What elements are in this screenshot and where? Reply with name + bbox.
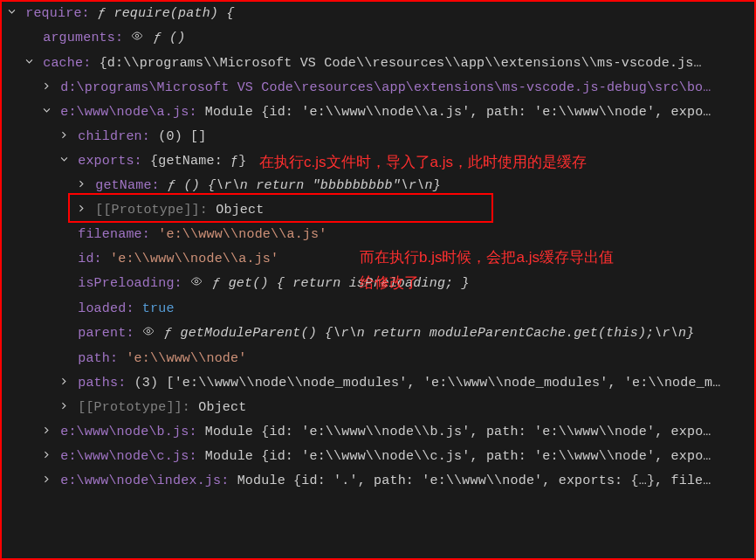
property-value: Module {id: 'e:\\www\\node\\b.js', path:… (205, 425, 711, 439)
debug-variables-panel: require: ƒ require(path) { arguments: ƒ … (0, 0, 756, 560)
chevron-right-icon[interactable] (58, 371, 70, 396)
spacer-icon (58, 297, 70, 321)
spacer-icon (58, 321, 70, 346)
node-cache-d[interactable]: d:\programs\Microsoft VS Code\resources\… (2, 76, 754, 100)
chevron-right-icon[interactable] (75, 174, 87, 198)
property-value: {d:\\programs\\Microsoft VS Code\\resour… (100, 56, 702, 71)
node-cache-c[interactable]: e:\www\node\c.js: Module {id: 'e:\\www\\… (2, 445, 754, 469)
property-name: children: (78, 129, 150, 144)
property-name: id: (78, 252, 102, 266)
node-children[interactable]: children: (0) [] (2, 125, 754, 149)
property-name: filename: (78, 227, 150, 242)
node-require[interactable]: require: ƒ require(path) { (2, 2, 754, 26)
spacer-icon (58, 223, 70, 247)
property-value: Object (198, 400, 246, 415)
property-name: [[Prototype]]: (78, 400, 190, 415)
svg-point-1 (195, 280, 198, 283)
property-name: loaded: (78, 301, 134, 316)
spacer-icon (58, 247, 70, 272)
chevron-right-icon[interactable] (58, 125, 70, 149)
property-value: 'e:\\www\\node\\a.js' (110, 252, 278, 266)
eye-icon[interactable] (190, 273, 204, 297)
property-value: 'e:\\www\\node\\a.js' (158, 227, 326, 242)
property-name: cache: (43, 56, 91, 71)
property-value: {getName: ƒ} (150, 154, 246, 169)
chevron-right-icon[interactable] (40, 469, 52, 494)
node-proto2[interactable]: [[Prototype]]: Object (2, 396, 754, 420)
annotation-1: 在执行c.js文件时，导入了a.js，此时使用的是缓存 (259, 150, 587, 175)
node-paths[interactable]: paths: (3) ['e:\\www\\node\\node_modules… (2, 371, 754, 396)
chevron-right-icon[interactable] (40, 445, 52, 469)
property-name: exports: (78, 154, 142, 169)
node-proto1[interactable]: [[Prototype]]: Object (2, 198, 754, 223)
property-name: e:\www\node\c.js: (60, 449, 196, 464)
chevron-down-icon[interactable] (5, 2, 17, 26)
property-name: e:\www\node\index.js: (60, 474, 229, 488)
property-value: Module {id: 'e:\\www\\node\\a.js', path:… (205, 105, 711, 120)
property-name: parent: (78, 326, 134, 341)
eye-icon[interactable] (131, 27, 145, 52)
annotation-2-line1: 而在执行b.js时候，会把a.js缓存导出值 (360, 245, 614, 270)
property-value: (3) ['e:\\www\\node\\node_modules', 'e:\… (134, 376, 721, 391)
property-name: paths: (78, 376, 126, 391)
annotation-2-line2: 给修改了 (360, 271, 419, 295)
property-name: isPreloading: (78, 276, 182, 291)
svg-point-2 (147, 329, 150, 333)
property-value: true (142, 301, 175, 316)
property-name: d:\programs\Microsoft VS Code\resources\… (60, 80, 711, 95)
chevron-right-icon[interactable] (40, 76, 52, 100)
property-name: e:\www\node\b.js: (60, 425, 196, 439)
node-cache-b[interactable]: e:\www\node\b.js: Module {id: 'e:\\www\\… (2, 420, 754, 445)
node-path[interactable]: path: 'e:\\www\\node' (2, 347, 754, 371)
chevron-right-icon[interactable] (40, 420, 52, 445)
property-name: require: (25, 6, 90, 21)
node-cache[interactable]: cache: {d:\\programs\\Microsoft VS Code\… (2, 52, 754, 76)
property-value: (0) [] (158, 129, 206, 144)
node-parent[interactable]: parent: ƒ getModuleParent() {\r\n return… (2, 321, 754, 347)
chevron-down-icon[interactable] (23, 52, 35, 76)
property-name: [[Prototype]]: (95, 203, 208, 218)
node-cache-a[interactable]: e:\www\node\a.js: Module {id: 'e:\\www\\… (2, 100, 754, 125)
spacer-icon (58, 272, 70, 296)
node-getName[interactable]: getName: ƒ () {\r\n return "bbbbbbbbb"\r… (2, 174, 754, 198)
spacer-icon (23, 26, 35, 51)
property-value: Object (216, 203, 264, 218)
property-value: Module {id: 'e:\\www\\node\\c.js', path:… (205, 449, 711, 464)
chevron-right-icon[interactable] (75, 198, 87, 223)
property-value: ƒ get() { return isPreloading; } (212, 276, 469, 291)
node-loaded[interactable]: loaded: true (2, 297, 754, 321)
property-value: 'e:\\www\\node' (126, 351, 246, 366)
property-name: getName: (95, 178, 160, 193)
node-cache-index[interactable]: e:\www\node\index.js: Module {id: '.', p… (2, 469, 754, 494)
property-value: ƒ () {\r\n return "bbbbbbbbb"\r\n} (168, 178, 441, 193)
node-filename[interactable]: filename: 'e:\\www\\node\\a.js' (2, 223, 754, 247)
property-value: ƒ getModuleParent() {\r\n return moduleP… (164, 326, 694, 341)
property-name: path: (78, 351, 118, 366)
property-value: Module {id: '.', path: 'e:\\www\\node', … (237, 474, 711, 488)
chevron-down-icon[interactable] (58, 149, 70, 174)
property-name: arguments: (43, 31, 123, 45)
svg-point-0 (136, 34, 140, 38)
property-value: ƒ () (154, 31, 186, 45)
node-arguments[interactable]: arguments: ƒ () (2, 26, 754, 52)
chevron-right-icon[interactable] (58, 396, 70, 420)
property-value: ƒ require(path) { (98, 6, 234, 21)
chevron-down-icon[interactable] (40, 100, 52, 125)
property-name: e:\www\node\a.js: (60, 105, 196, 120)
eye-icon[interactable] (142, 322, 156, 347)
spacer-icon (58, 347, 70, 371)
